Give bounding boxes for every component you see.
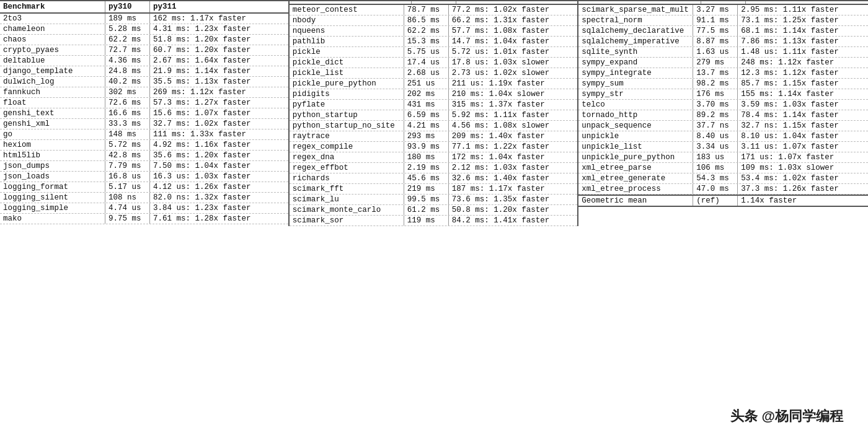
bench-row-unpickle_list: unpickle_list3.34 us3.11 us: 1.07x faste… [578, 142, 868, 152]
bench-v2: 1.14x faster [738, 196, 868, 206]
bench-v1: 4.36 ms [105, 56, 150, 66]
bench-name: xml_etree_generate [578, 173, 693, 183]
bench-row-scimark_fft: scimark_fft219 ms187 ms: 1.17x faster [290, 184, 578, 195]
bench-v2: 82.0 ns: 1.32x faster [150, 193, 288, 203]
bench-row-tornado_http: tornado_http89.2 ms78.4 ms: 1.14x faster [578, 110, 868, 121]
bench-row-nbody: nbody86.5 ms66.2 ms: 1.31x faster [290, 15, 578, 26]
bench-name: regex_effbot [290, 163, 404, 173]
bench-v2: 155 ms: 1.14x faster [738, 89, 868, 99]
bench-name: sqlite_synth [578, 47, 693, 57]
bench-name: nqueens [290, 26, 404, 36]
bench-row-json_dumps: json_dumps7.79 ms7.50 ms: 1.04x faster [0, 161, 288, 172]
bench-name: chaos [0, 35, 105, 45]
bench-row-nqueens: nqueens62.2 ms57.7 ms: 1.08x faster [290, 26, 578, 37]
bench-v2: 35.5 ms: 1.13x faster [150, 77, 288, 87]
bench-v1: 431 ms [404, 100, 449, 110]
bench-v2: 57.3 ms: 1.27x faster [150, 98, 288, 108]
bench-v2: 32.7 ms: 1.02x faster [150, 119, 288, 129]
bench-v1: 47.0 ms [693, 184, 738, 194]
bench-v1: 219 ms [404, 184, 449, 194]
bench-v1: 78.7 ms [404, 5, 449, 15]
bench-v1: 3.34 us [693, 142, 738, 152]
bench-v1: 45.6 ms [404, 173, 449, 183]
bench-v1: 279 ms [693, 58, 738, 68]
bench-row-genshi_xml: genshi_xml33.3 ms32.7 ms: 1.02x faster [0, 119, 288, 129]
bench-v1: 189 ms [105, 14, 150, 24]
bench-name: pickle [290, 47, 404, 57]
bench-v1: 148 ms [105, 129, 150, 139]
bench-name: pathlib [290, 37, 404, 46]
bench-row-sympy_integrate: sympy_integrate13.7 ms12.3 ms: 1.12x fas… [578, 68, 868, 79]
bench-v1: 3.27 ms [693, 5, 738, 15]
bench-v2: 4.92 ms: 1.16x faster [150, 140, 288, 150]
bench-v1: 54.3 ms [693, 173, 738, 183]
bench-name: json_loads [0, 172, 105, 182]
bench-v2: 32.6 ms: 1.40x faster [449, 173, 578, 183]
bench-v1: 2.68 us [404, 68, 449, 78]
col-header-py311: py311 [150, 1, 288, 12]
bench-row-sympy_expand: sympy_expand279 ms248 ms: 1.12x faster [578, 58, 868, 68]
bench-name: sympy_str [578, 89, 693, 99]
bench-name: scimark_monte_carlo [290, 205, 404, 215]
header-separator: Benchmarkpy310py311 [0, 1, 288, 14]
bench-v2: 171 us: 1.07x faster [738, 152, 868, 162]
bench-v1: 5.17 us [105, 182, 150, 192]
bench-row-sympy_str: sympy_str176 ms155 ms: 1.14x faster [578, 89, 868, 100]
bench-v1: 8.40 us [693, 131, 738, 141]
bench-row-unpickle: unpickle8.40 us8.10 us: 1.04x faster [578, 131, 868, 142]
bench-v1: 5.72 ms [105, 140, 150, 150]
bench-row-xml_etree_generate: xml_etree_generate54.3 ms53.4 ms: 1.02x … [578, 173, 868, 184]
bench-row-xml_etree_process: xml_etree_process47.0 ms37.3 ms: 1.26x f… [578, 184, 868, 195]
bench-row-pyflate: pyflate431 ms315 ms: 1.37x faster [290, 100, 578, 110]
bench-v1: 42.8 ms [105, 151, 150, 160]
bench-name: hexiom [0, 140, 105, 150]
bench-v2: 77.1 ms: 1.22x faster [449, 142, 578, 152]
bench-v1: 89.2 ms [693, 110, 738, 120]
bench-v2: 16.3 us: 1.03x faster [150, 172, 288, 182]
bench-v1: 8.87 ms [693, 37, 738, 46]
bench-v2: 315 ms: 1.37x faster [449, 100, 578, 110]
bench-row-mako: mako9.75 ms7.61 ms: 1.28x faster [0, 214, 288, 224]
bench-row-logging_silent: logging_silent108 ns82.0 ns: 1.32x faste… [0, 193, 288, 203]
bench-v2: 7.61 ms: 1.28x faster [150, 214, 288, 224]
bench-v1: 3.70 ms [693, 100, 738, 110]
bench-row-hexiom: hexiom5.72 ms4.92 ms: 1.16x faster [0, 140, 288, 151]
bench-row-pickle_pure_python: pickle_pure_python251 us211 us: 1.19x fa… [290, 79, 578, 89]
bench-v2: 8.10 us: 1.04x faster [738, 131, 868, 141]
col-header-py310 [412, 1, 456, 4]
bench-v2: 68.1 ms: 1.14x faster [738, 26, 868, 36]
bench-v1: 183 us [693, 152, 738, 162]
bench-row-spectral_norm: spectral_norm91.1 ms73.1 ms: 1.25x faste… [578, 15, 868, 26]
bench-v2: 32.7 ns: 1.15x faster [738, 121, 868, 131]
bench-v2: 162 ms: 1.17x faster [150, 14, 288, 24]
bench-row-fannkuch: fannkuch302 ms269 ms: 1.12x faster [0, 87, 288, 98]
bench-v2: 78.4 ms: 1.14x faster [738, 110, 868, 120]
bench-name: crypto_pyaes [0, 45, 105, 55]
bench-row-float: float72.6 ms57.3 ms: 1.27x faster [0, 98, 288, 108]
col-header-benchmark [290, 1, 412, 4]
bench-v1: 15.3 ms [404, 37, 449, 46]
bench-name: pickle_dict [290, 58, 404, 68]
bench-v2: 37.3 ms: 1.26x faster [738, 184, 868, 194]
col-header-py311 [746, 1, 868, 4]
bench-name: logging_format [0, 182, 105, 192]
bench-v2: 248 ms: 1.12x faster [738, 58, 868, 68]
bench-name: tornado_http [578, 110, 693, 120]
bench-name: meteor_contest [290, 5, 404, 15]
bench-row-meteor_contest: meteor_contest78.7 ms77.2 ms: 1.02x fast… [290, 5, 578, 15]
bench-name: raytrace [290, 131, 404, 141]
bench-v2: 269 ms: 1.12x faster [150, 87, 288, 97]
bench-v2: 66.2 ms: 1.31x faster [449, 15, 578, 25]
bench-row-scimark_sor: scimark_sor119 ms84.2 ms: 1.41x faster [290, 216, 578, 226]
bench-v2: 53.4 ms: 1.02x faster [738, 173, 868, 183]
bench-row-deltablue: deltablue4.36 ms2.67 ms: 1.64x faster [0, 56, 288, 66]
bench-v1: 62.2 ms [105, 35, 150, 45]
benchmark-table: Benchmarkpy310py3112to3189 ms162 ms: 1.1… [0, 0, 868, 226]
bench-row-regex_effbot: regex_effbot2.19 ms2.12 ms: 1.03x faster [290, 163, 578, 173]
watermark: 头条 @杨同学编程 [730, 407, 843, 426]
bench-v1: (ref) [693, 196, 738, 206]
bench-name: dulwich_log [0, 77, 105, 87]
bench-v2: 21.9 ms: 1.14x faster [150, 66, 288, 76]
bench-v1: 16.8 us [105, 172, 150, 182]
bench-v2: 14.7 ms: 1.04x faster [449, 37, 578, 46]
